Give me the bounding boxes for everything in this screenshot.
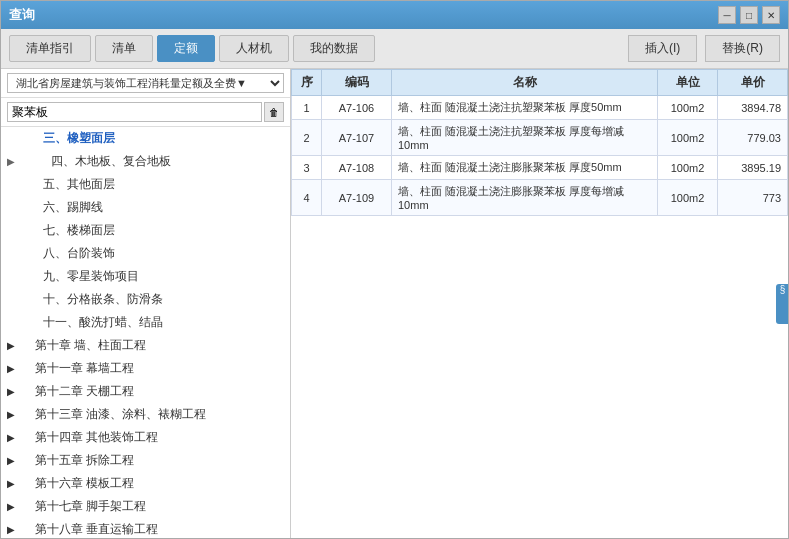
catalog-dropdown[interactable]: 湖北省房屋建筑与装饰工程消耗量定额及全费▼ bbox=[7, 73, 284, 93]
content-area: 湖北省房屋建筑与装饰工程消耗量定额及全费▼ 🗑 三、橡塑面层 ▶ 四、木地板、复 bbox=[1, 69, 788, 538]
tab-qingdan-zhiyin[interactable]: 清单指引 bbox=[9, 35, 91, 62]
tree-arrow-17: ▶ bbox=[7, 524, 15, 535]
tree-item-0[interactable]: 三、橡塑面层 bbox=[1, 127, 290, 150]
tree-label-16: 第十七章 脚手架工程 bbox=[19, 498, 146, 515]
cell-price-3: 773 bbox=[718, 180, 788, 216]
replace-button[interactable]: 替换(R) bbox=[705, 35, 780, 62]
tree-arrow-14: ▶ bbox=[7, 455, 15, 466]
tree-item-2[interactable]: 五、其他面层 bbox=[1, 173, 290, 196]
title-buttons: ─ □ ✕ bbox=[718, 6, 780, 24]
tree-label-7: 十、分格嵌条、防滑条 bbox=[11, 291, 163, 308]
tree-label-14: 第十五章 拆除工程 bbox=[19, 452, 134, 469]
cell-seq-1: 2 bbox=[292, 120, 322, 156]
left-panel: 湖北省房屋建筑与装饰工程消耗量定额及全费▼ 🗑 三、橡塑面层 ▶ 四、木地板、复 bbox=[1, 69, 291, 538]
tree-label-11: 第十二章 天棚工程 bbox=[19, 383, 134, 400]
tree-arrow-1: ▶ bbox=[7, 156, 15, 167]
tree-label-8: 十一、酸洗打蜡、结晶 bbox=[11, 314, 163, 331]
tab-wode-shuju[interactable]: 我的数据 bbox=[293, 35, 375, 62]
cell-code-1: A7-107 bbox=[322, 120, 392, 156]
tree-arrow-11: ▶ bbox=[7, 386, 15, 397]
cell-price-1: 779.03 bbox=[718, 120, 788, 156]
cell-code-0: A7-106 bbox=[322, 96, 392, 120]
cell-unit-1: 100m2 bbox=[658, 120, 718, 156]
col-code: 编码 bbox=[322, 70, 392, 96]
tree-item-7[interactable]: 十、分格嵌条、防滑条 bbox=[1, 288, 290, 311]
search-clear-button[interactable]: 🗑 bbox=[264, 102, 284, 122]
tree-item-4[interactable]: 七、楼梯面层 bbox=[1, 219, 290, 242]
tree-item-6[interactable]: 九、零星装饰项目 bbox=[1, 265, 290, 288]
tree-item-5[interactable]: 八、台阶装饰 bbox=[1, 242, 290, 265]
cell-price-0: 3894.78 bbox=[718, 96, 788, 120]
right-panel: 序 编码 名称 单位 单价 1 A7-106 墙、柱面 随混凝土浇注抗塑聚苯板 … bbox=[291, 69, 788, 538]
tree-item-13[interactable]: ▶ 第十四章 其他装饰工程 bbox=[1, 426, 290, 449]
table-row[interactable]: 3 A7-108 墙、柱面 随混凝土浇注膨胀聚苯板 厚度50mm 100m2 3… bbox=[292, 156, 788, 180]
cell-seq-0: 1 bbox=[292, 96, 322, 120]
tree-label-4: 七、楼梯面层 bbox=[11, 222, 115, 239]
title-bar: 查询 ─ □ ✕ bbox=[1, 1, 788, 29]
tree-item-3[interactable]: 六、踢脚线 bbox=[1, 196, 290, 219]
tab-dinge[interactable]: 定额 bbox=[157, 35, 215, 62]
col-seq: 序 bbox=[292, 70, 322, 96]
tree-label-1: 四、木地板、复合地板 bbox=[19, 153, 171, 170]
tree-item-12[interactable]: ▶ 第十三章 油漆、涂料、裱糊工程 bbox=[1, 403, 290, 426]
cell-price-2: 3895.19 bbox=[718, 156, 788, 180]
cell-unit-3: 100m2 bbox=[658, 180, 718, 216]
cell-name-3: 墙、柱面 随混凝土浇注膨胀聚苯板 厚度每增减10mm bbox=[392, 180, 658, 216]
cell-seq-2: 3 bbox=[292, 156, 322, 180]
insert-button[interactable]: 插入(I) bbox=[628, 35, 697, 62]
tree-item-1[interactable]: ▶ 四、木地板、复合地板 bbox=[1, 150, 290, 173]
tab-qingdan[interactable]: 清单 bbox=[95, 35, 153, 62]
main-window: 查询 ─ □ ✕ 清单指引 清单 定额 人材机 我的数据 插入(I) 替换(R)… bbox=[0, 0, 789, 539]
tree-item-14[interactable]: ▶ 第十五章 拆除工程 bbox=[1, 449, 290, 472]
tree-item-16[interactable]: ▶ 第十七章 脚手架工程 bbox=[1, 495, 290, 518]
tree-label-3: 六、踢脚线 bbox=[11, 199, 103, 216]
tree-arrow-16: ▶ bbox=[7, 501, 15, 512]
tree-item-9[interactable]: ▶ 第十章 墙、柱面工程 bbox=[1, 334, 290, 357]
search-input[interactable] bbox=[7, 102, 262, 122]
tree-label-9: 第十章 墙、柱面工程 bbox=[19, 337, 146, 354]
cell-name-0: 墙、柱面 随混凝土浇注抗塑聚苯板 厚度50mm bbox=[392, 96, 658, 120]
minimize-button[interactable]: ─ bbox=[718, 6, 736, 24]
toolbar: 清单指引 清单 定额 人材机 我的数据 插入(I) 替换(R) bbox=[1, 29, 788, 69]
table-row[interactable]: 4 A7-109 墙、柱面 随混凝土浇注膨胀聚苯板 厚度每增减10mm 100m… bbox=[292, 180, 788, 216]
tree-label-6: 九、零星装饰项目 bbox=[11, 268, 139, 285]
tree-label-17: 第十八章 垂直运输工程 bbox=[19, 521, 158, 538]
tree-label-0: 三、橡塑面层 bbox=[11, 130, 115, 147]
tree-label-12: 第十三章 油漆、涂料、裱糊工程 bbox=[19, 406, 206, 423]
search-row: 🗑 bbox=[1, 98, 290, 127]
tree-panel[interactable]: 三、橡塑面层 ▶ 四、木地板、复合地板 五、其他面层 六、踢脚线 bbox=[1, 127, 290, 538]
cell-code-3: A7-109 bbox=[322, 180, 392, 216]
table-row[interactable]: 2 A7-107 墙、柱面 随混凝土浇注抗塑聚苯板 厚度每增减10mm 100m… bbox=[292, 120, 788, 156]
tree-label-2: 五、其他面层 bbox=[11, 176, 115, 193]
dropdown-row: 湖北省房屋建筑与装饰工程消耗量定额及全费▼ bbox=[1, 69, 290, 98]
tree-arrow-13: ▶ bbox=[7, 432, 15, 443]
col-price: 单价 bbox=[718, 70, 788, 96]
tree-item-17[interactable]: ▶ 第十八章 垂直运输工程 bbox=[1, 518, 290, 538]
col-name: 名称 bbox=[392, 70, 658, 96]
tree-arrow-10: ▶ bbox=[7, 363, 15, 374]
table-row[interactable]: 1 A7-106 墙、柱面 随混凝土浇注抗塑聚苯板 厚度50mm 100m2 3… bbox=[292, 96, 788, 120]
cell-unit-2: 100m2 bbox=[658, 156, 718, 180]
tree-arrow-9: ▶ bbox=[7, 340, 15, 351]
tree-item-15[interactable]: ▶ 第十六章 模板工程 bbox=[1, 472, 290, 495]
tree-arrow-12: ▶ bbox=[7, 409, 15, 420]
cell-code-2: A7-108 bbox=[322, 156, 392, 180]
right-edge-handle[interactable]: § bbox=[776, 284, 788, 324]
tree-arrow-15: ▶ bbox=[7, 478, 15, 489]
cell-name-1: 墙、柱面 随混凝土浇注抗塑聚苯板 厚度每增减10mm bbox=[392, 120, 658, 156]
maximize-button[interactable]: □ bbox=[740, 6, 758, 24]
cell-seq-3: 4 bbox=[292, 180, 322, 216]
tree-item-10[interactable]: ▶ 第十一章 幕墙工程 bbox=[1, 357, 290, 380]
tree-label-15: 第十六章 模板工程 bbox=[19, 475, 134, 492]
table-scroll[interactable]: 序 编码 名称 单位 单价 1 A7-106 墙、柱面 随混凝土浇注抗塑聚苯板 … bbox=[291, 69, 788, 538]
tree-item-11[interactable]: ▶ 第十二章 天棚工程 bbox=[1, 380, 290, 403]
tree-item-8[interactable]: 十一、酸洗打蜡、结晶 bbox=[1, 311, 290, 334]
cell-unit-0: 100m2 bbox=[658, 96, 718, 120]
tab-rencaiji[interactable]: 人材机 bbox=[219, 35, 289, 62]
cell-name-2: 墙、柱面 随混凝土浇注膨胀聚苯板 厚度50mm bbox=[392, 156, 658, 180]
tree-label-5: 八、台阶装饰 bbox=[11, 245, 115, 262]
data-table: 序 编码 名称 单位 单价 1 A7-106 墙、柱面 随混凝土浇注抗塑聚苯板 … bbox=[291, 69, 788, 216]
tree-label-13: 第十四章 其他装饰工程 bbox=[19, 429, 158, 446]
close-button[interactable]: ✕ bbox=[762, 6, 780, 24]
window-title: 查询 bbox=[9, 6, 35, 24]
